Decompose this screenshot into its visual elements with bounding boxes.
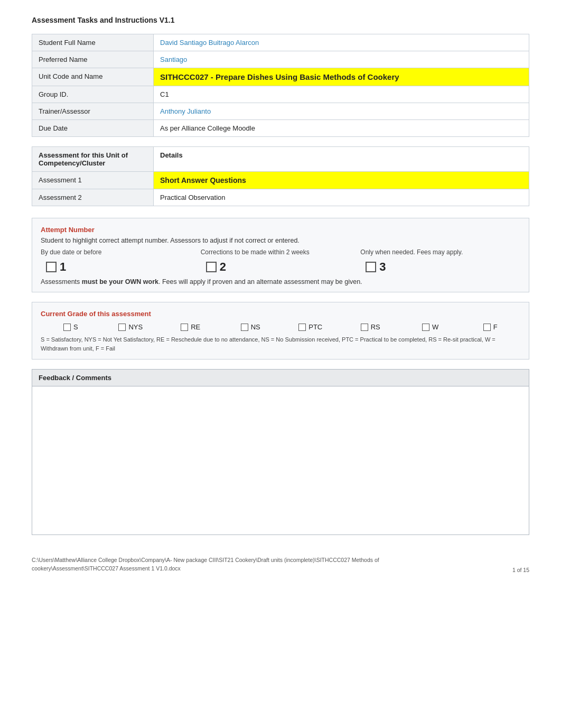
info-table: Student Full NameDavid Santiago Buitrago… <box>32 34 529 137</box>
grade-label: RS <box>371 323 380 331</box>
attempt-number: 2 <box>220 260 226 274</box>
attempt-columns: By due date or before Corrections to be … <box>41 248 520 257</box>
attempt-number: 3 <box>379 260 386 274</box>
footer-page-number: 1 <box>512 567 516 573</box>
info-label: Unit Code and Name <box>32 68 154 86</box>
info-value: SITHCCC027 - Prepare Dishes Using Basic … <box>154 68 529 86</box>
attempt-check-item[interactable]: 1 <box>41 260 201 274</box>
assess-row: Assessment 2Practical Observation <box>32 189 529 206</box>
grade-checkbox-icon[interactable] <box>63 324 71 331</box>
footer-page: 1 of 15 <box>512 567 529 573</box>
info-value: David Santiago Buitrago Alarcon <box>154 34 529 51</box>
attempt-check-item[interactable]: 2 <box>201 260 361 274</box>
grade-label: NYS <box>128 323 143 331</box>
assess-label: Assessment 2 <box>32 189 154 206</box>
assess-header-col2: Details <box>154 147 529 172</box>
info-value: C1 <box>154 86 529 103</box>
grade-title: Current Grade of this assessment <box>41 310 520 318</box>
assess-header-row: Assessment for this Unit of Competency/C… <box>32 147 529 172</box>
grade-check-item[interactable]: W <box>400 323 461 331</box>
footer-path: C:\Users\Matthew\Alliance College Dropbo… <box>32 556 401 573</box>
feedback-section: Feedback / Comments <box>32 369 529 535</box>
grade-label: S <box>73 323 78 331</box>
attempt-note-suffix: . Fees will apply if proven and an alter… <box>158 278 362 285</box>
grade-check-item[interactable]: S <box>41 323 101 331</box>
checkbox-icon[interactable] <box>366 262 376 272</box>
grade-label: PTC <box>308 323 322 331</box>
grade-checkbox-icon[interactable] <box>361 324 368 331</box>
assessment-table: Assessment for this Unit of Competency/C… <box>32 146 529 206</box>
grade-check-item[interactable]: PTC <box>280 323 341 331</box>
feedback-body[interactable] <box>32 386 529 535</box>
grade-checkbox-icon[interactable] <box>181 324 188 331</box>
attempt-check-item[interactable]: 3 <box>360 260 520 274</box>
footer-total-pages: 15 <box>523 567 529 573</box>
attempt-note: Assessments must be your OWN work. Fees … <box>41 278 520 285</box>
grade-checkbox-icon[interactable] <box>118 324 126 331</box>
attempt-note-bold: must be your OWN work <box>82 278 158 285</box>
info-value: Anthony Julianto <box>154 103 529 120</box>
grade-checkbox-icon[interactable] <box>241 324 248 331</box>
attempt-number: 1 <box>60 260 66 274</box>
page-footer: C:\Users\Matthew\Alliance College Dropbo… <box>32 556 529 573</box>
info-label: Due Date <box>32 120 154 137</box>
info-row: Preferred NameSantiago <box>32 51 529 68</box>
grade-checkbox-icon[interactable] <box>422 324 429 331</box>
assess-header-col1: Assessment for this Unit of Competency/C… <box>32 147 154 172</box>
grade-checkboxes: SNYSRENSPTCRSWF <box>41 323 520 331</box>
assess-label: Assessment 1 <box>32 172 154 189</box>
attempt-col-1: By due date or before <box>41 248 201 257</box>
attempt-note-prefix: Assessments <box>41 278 82 285</box>
grade-check-item[interactable]: RE <box>161 323 221 331</box>
grade-check-item[interactable]: NS <box>221 323 281 331</box>
grade-checkbox-icon[interactable] <box>483 324 491 331</box>
grade-section: Current Grade of this assessment SNYSREN… <box>32 302 529 360</box>
checkbox-icon[interactable] <box>46 262 57 272</box>
grade-legend: S = Satisfactory, NYS = Not Yet Satisfac… <box>41 335 520 353</box>
assess-value: Practical Observation <box>154 189 529 206</box>
info-value: Santiago <box>154 51 529 68</box>
grade-label: RE <box>191 323 200 331</box>
info-label: Trainer/Assessor <box>32 103 154 120</box>
feedback-header: Feedback / Comments <box>32 370 529 386</box>
grade-check-item[interactable]: NYS <box>101 323 161 331</box>
info-label: Group ID. <box>32 86 154 103</box>
attempt-checkboxes: 123 <box>41 260 520 274</box>
grade-label: F <box>493 323 498 331</box>
grade-label: NS <box>251 323 260 331</box>
info-value: As per Alliance College Moodle <box>154 120 529 137</box>
info-row: Student Full NameDavid Santiago Buitrago… <box>32 34 529 51</box>
page-title: Assessment Tasks and Instructions V1.1 <box>32 16 529 24</box>
grade-check-item[interactable]: RS <box>341 323 401 331</box>
assess-value: Short Answer Questions <box>154 172 529 189</box>
info-row: Group ID.C1 <box>32 86 529 103</box>
assess-row: Assessment 1Short Answer Questions <box>32 172 529 189</box>
info-row: Due DateAs per Alliance College Moodle <box>32 120 529 137</box>
attempt-col-3: Only when needed. Fees may apply. <box>360 248 520 257</box>
grade-checkbox-icon[interactable] <box>298 324 306 331</box>
info-row: Trainer/AssessorAnthony Julianto <box>32 103 529 120</box>
info-label: Student Full Name <box>32 34 154 51</box>
grade-check-item[interactable]: F <box>461 323 521 331</box>
info-label: Preferred Name <box>32 51 154 68</box>
info-row: Unit Code and NameSITHCCC027 - Prepare D… <box>32 68 529 86</box>
attempt-section: Attempt Number Student to highlight corr… <box>32 218 529 292</box>
attempt-title: Attempt Number <box>41 226 520 234</box>
grade-label: W <box>432 323 438 331</box>
attempt-description: Student to highlight correct attempt num… <box>41 237 520 244</box>
attempt-col-2: Corrections to be made within 2 weeks <box>201 248 361 257</box>
checkbox-icon[interactable] <box>206 262 217 272</box>
